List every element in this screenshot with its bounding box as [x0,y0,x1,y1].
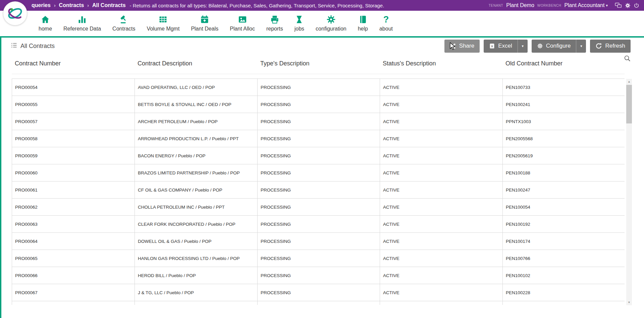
nav-item-plant-deals[interactable]: Plant Deals [185,15,224,32]
table-cell[interactable]: ACTIVE [380,147,503,164]
table-cell[interactable]: ACTIVE [380,216,503,233]
table-cell[interactable]: ACTIVE [380,267,503,284]
table-row[interactable]: PRO00060BRAZOS LIMITED PARTNERSHIP / Pue… [12,164,625,181]
table-row[interactable]: PRO00055BETTIS BOYLE & STOVALL INC / OED… [12,96,625,113]
configure-button[interactable]: Configure [532,40,576,53]
grid-search-button[interactable] [624,55,631,62]
nav-item-jobs[interactable]: jobs [289,15,310,32]
table-cell[interactable]: PRO00055 [12,96,135,113]
scroll-down-button[interactable]: ▼ [626,300,632,305]
table-cell[interactable]: ACTIVE [380,130,503,147]
column-header-contract-description[interactable]: Contract Description [135,60,257,67]
table-row[interactable]: PRO00065HANLON GAS PROCESSING LTD / Pueb… [12,250,625,267]
breadcrumb-all-contracts[interactable]: All Contracts [92,2,126,8]
column-header-status-description[interactable]: Status's Description [380,60,502,67]
table-cell[interactable]: HEROD BILL / Pueblo / POP [135,267,258,284]
vertical-scrollbar[interactable]: ▲ ▼ [626,79,632,305]
table-cell[interactable]: CLEAR FORK INCORPORATED / Pueblo / POP [135,216,258,233]
table-cell[interactable]: PROCESSING [258,113,380,130]
screens-icon[interactable] [615,2,622,8]
table-cell[interactable]: PRO00066 [12,267,135,284]
table-cell[interactable]: PRO00062 [12,199,135,216]
table-cell[interactable]: ARROWHEAD PRODUCTION L.P. / Pueblo / PPT [135,130,258,147]
table-cell[interactable]: PRO00063 [12,216,135,233]
table-row[interactable]: PRO00066HEROD BILL / Pueblo / POPPROCESS… [12,267,625,284]
table-cell[interactable]: DOWELL OIL & GAS / Pueblo / POP [135,233,258,250]
table-cell[interactable]: PROCESSING [258,79,380,96]
table-cell[interactable]: PEN100188 [503,164,625,181]
nav-item-help[interactable]: help [352,15,374,32]
nav-item-contracts[interactable]: Contracts [107,15,141,32]
table-cell[interactable]: PROCESSING [258,130,380,147]
table-cell[interactable]: PRO00060 [12,164,135,181]
table-cell[interactable]: PEN2005619 [503,147,625,164]
table-cell[interactable]: ACTIVE [380,96,503,113]
column-header-contract-number[interactable]: Contract Number [12,60,135,67]
table-cell[interactable]: PEN100192 [503,216,625,233]
table-cell[interactable]: PROCESSING [258,96,380,113]
workbench-selector[interactable]: Plant Accountant ▾ [564,2,608,8]
table-cell[interactable]: ACTIVE [380,164,503,181]
table-cell[interactable]: PEN100733 [503,79,625,96]
column-header-type-description[interactable]: Type's Description [257,60,380,67]
table-cell[interactable]: ACTIVE [380,233,503,250]
refresh-button[interactable]: Refresh [590,40,631,53]
table-row[interactable]: PRO00062CHOLLA PETROLEUM INC / Pueblo / … [12,199,625,216]
table-cell[interactable]: PEN100102 [503,267,625,284]
nav-item-home[interactable]: home [33,15,58,32]
table-cell[interactable]: ARCHER PETROLEUM / Pueblo / POP [135,113,258,130]
table-cell[interactable]: PEN100766 [503,250,625,267]
nav-item-reference-data[interactable]: Reference Data [58,15,107,32]
nav-item-configuration[interactable]: configuration [310,15,352,32]
table-row[interactable]: PRO00063CLEAR FORK INCORPORATED / Pueblo… [12,216,625,233]
nav-item-plant-alloc[interactable]: Plant Alloc [224,15,261,32]
excel-dropdown-button[interactable]: ▾ [518,40,528,53]
table-cell[interactable]: PROCESSING [258,181,380,199]
table-cell[interactable]: ACTIVE [380,113,503,130]
table-row[interactable]: PRO00057ARCHER PETROLEUM / Pueblo / POPP… [12,113,625,130]
column-header-old-contract-number[interactable]: Old Contract Number [502,60,625,67]
table-cell[interactable]: PEN100241 [503,96,625,113]
table-cell[interactable]: J & TG, LLC / Pueblo / POP [135,284,258,301]
table-cell[interactable]: CF OIL & GAS COMPANY / Pueblo / POP [135,181,258,199]
table-cell[interactable]: AVAD OPERATING, LLC / OED / POP [135,79,258,96]
table-cell[interactable]: PROCESSING [258,147,380,164]
breadcrumb-queries[interactable]: queries [32,2,51,8]
table-cell[interactable]: PROCESSING [258,164,380,181]
table-cell[interactable]: PRO00061 [12,181,135,199]
table-cell[interactable]: PRO00059 [12,147,135,164]
table-cell[interactable]: PRO00058 [12,130,135,147]
table-cell[interactable]: BETTIS BOYLE & STOVALL INC / OED / POP [135,96,258,113]
table-cell[interactable]: PRO00067 [12,284,135,301]
nav-item-about[interactable]: ? about [374,15,398,32]
share-button[interactable]: Share [444,40,480,53]
table-cell[interactable]: PROCESSING [258,216,380,233]
table-row[interactable]: PRO00064DOWELL OIL & GAS / Pueblo / POPP… [12,233,625,250]
power-icon[interactable] [634,3,639,8]
table-cell[interactable]: HANLON GAS PROCESSING LTD / Pueblo / POP [135,250,258,267]
gear-icon[interactable] [625,3,631,8]
nav-item-reports[interactable]: reports [261,15,289,32]
table-cell[interactable]: PRO00064 [12,233,135,250]
table-cell[interactable]: PROCESSING [258,233,380,250]
table-cell[interactable]: PRO00057 [12,113,135,130]
table-cell[interactable]: PROCESSING [258,199,380,216]
table-cell[interactable]: PEN100054 [503,199,625,216]
table-row[interactable]: PRO00067J & TG, LLC / Pueblo / POPPROCES… [12,284,625,301]
table-row[interactable]: PRO00054AVAD OPERATING, LLC / OED / POPP… [12,79,625,96]
table-row[interactable]: PRO00061CF OIL & GAS COMPANY / Pueblo / … [12,181,625,199]
table-cell[interactable]: PEN100174 [503,233,625,250]
table-cell[interactable]: PRO00065 [12,250,135,267]
table-cell[interactable]: BRAZOS LIMITED PARTNERSHIP / Pueblo / PO… [135,164,258,181]
table-row[interactable]: PRO00058ARROWHEAD PRODUCTION L.P. / Pueb… [12,130,625,147]
table-cell[interactable]: PPNTX1003 [503,113,625,130]
table-cell[interactable]: PROCESSING [258,284,380,301]
app-logo[interactable] [3,2,27,25]
nav-item-volume-mgmt[interactable]: Volume Mgmt [141,15,185,32]
scrollbar-thumb[interactable] [626,85,632,123]
table-cell[interactable]: PROCESSING [258,250,380,267]
table-cell[interactable]: PEN100228 [503,284,625,301]
table-cell[interactable]: ACTIVE [380,199,503,216]
table-row[interactable]: PRO00059BACON ENERGY / Pueblo / POPPROCE… [12,147,625,164]
table-cell[interactable]: ACTIVE [380,79,503,96]
